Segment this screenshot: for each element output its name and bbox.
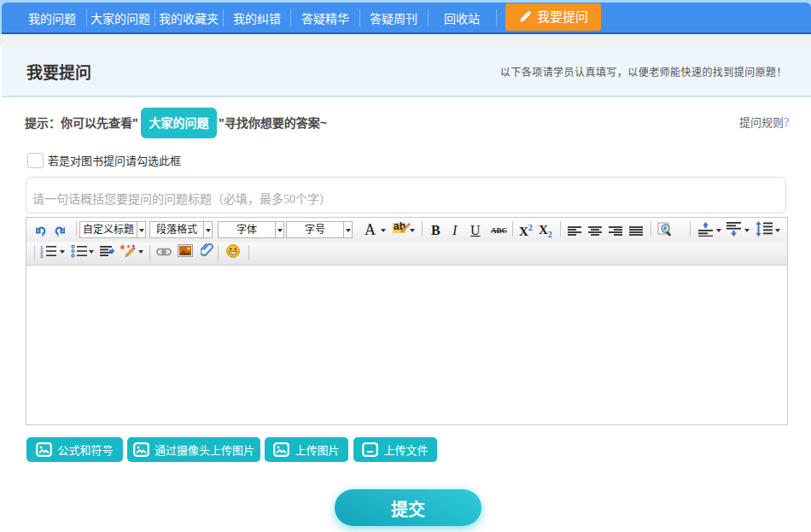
svg-text:3: 3 (40, 253, 44, 258)
